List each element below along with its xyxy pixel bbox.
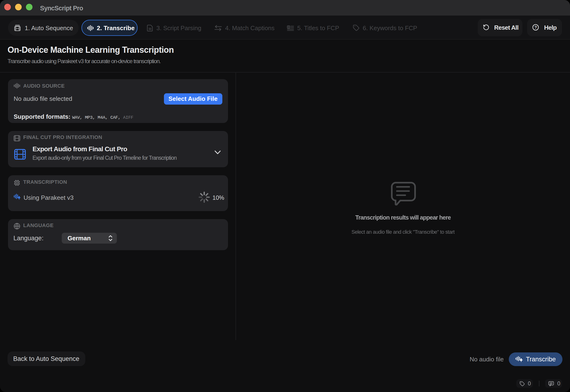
svg-text:?: ? <box>534 26 537 30</box>
